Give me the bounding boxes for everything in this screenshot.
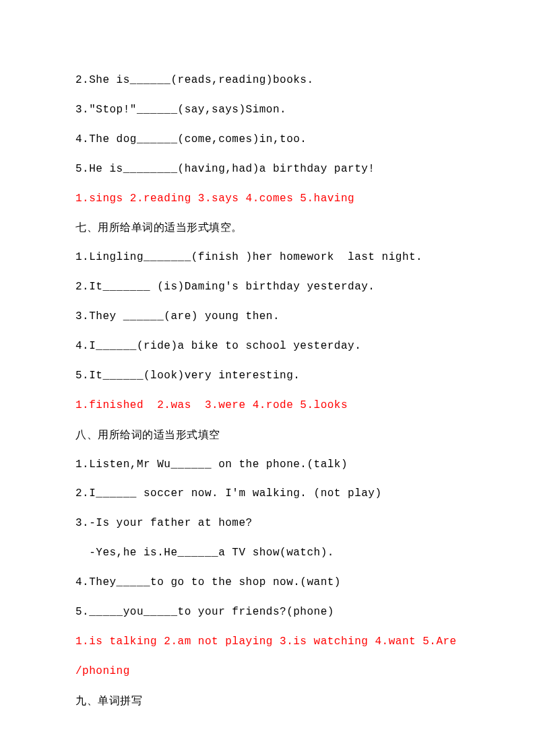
section-heading: 七、用所给单词的适当形式填空。 [75,220,460,235]
question-line: 5.It______(look)very interesting. [75,368,460,383]
answer-line: /phoning [75,664,460,679]
answer-line: 1.finished 2.was 3.were 4.rode 5.looks [75,398,460,413]
question-line: 4.They_____to go to the shop now.(want) [75,575,460,590]
question-line: 5._____you_____to your friends?(phone) [75,605,460,619]
section-heading: 九、单词拼写 [75,693,460,708]
question-line: 1.Lingling_______(finish )her homework l… [75,250,460,265]
question-line: 3.-Is your father at home? [75,516,460,530]
question-line: 2.It_______ (is)Daming's birthday yester… [75,279,460,294]
question-line: 2.She is______(reads,reading)books. [75,73,460,88]
question-line: 2.I______ soccer now. I'm walking. (not … [75,486,460,501]
answer-line: 1.is talking 2.am not playing 3.is watch… [75,634,460,649]
question-line: 3.They ______(are) young then. [75,309,460,324]
question-line: 1.Listen,Mr Wu______ on the phone.(talk) [75,457,460,472]
document-page: 2.She is______(reads,reading)books. 3."S… [0,0,535,708]
question-line: 4.The dog______(come,comes)in,too. [75,132,460,147]
section-heading: 八、用所给词的适当形式填空 [75,427,460,442]
question-line: 3."Stop!"______(say,says)Simon. [75,102,460,117]
question-line: -Yes,he is.He______a TV show(watch). [75,545,460,560]
question-line: 4.I______(ride)a bike to school yesterda… [75,339,460,353]
answer-line: 1.sings 2.reading 3.says 4.comes 5.havin… [75,191,460,206]
question-line: 5.He is________(having,had)a birthday pa… [75,162,460,176]
